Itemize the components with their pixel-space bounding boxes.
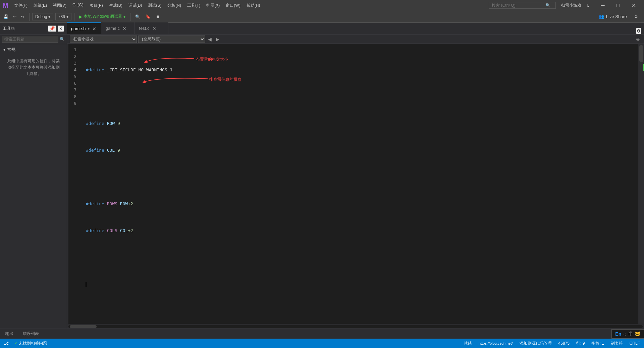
line-num-9: 9 bbox=[68, 100, 79, 107]
url-status[interactable]: https://blog.csdn.net/ bbox=[477, 341, 514, 345]
status-right-section: 就绪 https://blog.csdn.net/ 添加到源代码管理 46875… bbox=[463, 341, 641, 346]
menu-edit[interactable]: 编辑(E) bbox=[31, 1, 50, 10]
nav-back-button[interactable]: ◀ bbox=[207, 37, 213, 42]
undo-button[interactable]: ↩ bbox=[11, 13, 18, 20]
horizontal-scrollbar[interactable] bbox=[67, 324, 644, 329]
annotation-board-size: 布置雷的棋盘大小 bbox=[196, 56, 228, 63]
port-status[interactable]: 46875 bbox=[557, 341, 571, 346]
file-dropdown[interactable]: 扫雷小游戏 bbox=[70, 36, 137, 43]
col-status[interactable]: 字符: 1 bbox=[590, 341, 605, 346]
find-button[interactable]: 🔍 bbox=[133, 13, 142, 20]
menu-bar: 文件(F) 编辑(E) 视图(V) Git(G) 项目(P) 生成(B) 调试(… bbox=[12, 1, 263, 10]
live-share-button[interactable]: 👥 Live Share bbox=[596, 13, 630, 20]
undo-redo-group: 💾 ↩ ↪ bbox=[1, 13, 26, 20]
horizontal-scrollbar-thumb[interactable] bbox=[70, 325, 97, 328]
platform-dropdown[interactable]: x86 ▾ bbox=[55, 13, 71, 20]
scope-dropdown[interactable]: (全局范围) bbox=[138, 36, 205, 43]
macro-col-ref: COL bbox=[120, 227, 128, 234]
split-editor-button[interactable]: ⊕ bbox=[635, 37, 641, 42]
add-source-control[interactable]: 添加到源代码管理 bbox=[518, 341, 553, 346]
tab-close-test-c[interactable]: ✕ bbox=[152, 26, 157, 31]
ime-bar[interactable]: En ·; 半 🐱 bbox=[611, 329, 644, 339]
tab-actions: ⚙ bbox=[636, 28, 644, 34]
repo-status[interactable]: ⎇ bbox=[3, 341, 10, 346]
toolbox-search-input[interactable] bbox=[2, 36, 58, 43]
status-bar: ⎇ ✓ 未找到相关问题 就绪 https://blog.csdn.net/ 添加… bbox=[0, 339, 644, 348]
status-ready: 就绪 bbox=[463, 341, 473, 346]
nav-forward-button[interactable]: ▶ bbox=[214, 37, 221, 42]
macro-cols: COLS bbox=[107, 227, 117, 234]
output-tab[interactable]: 输出 bbox=[3, 330, 16, 338]
menu-debug[interactable]: 调试(D) bbox=[126, 1, 145, 10]
code-line-1: #define _CRT_SECURE_NO_WARNINGS 1 bbox=[86, 67, 634, 73]
ime-half[interactable]: 半 bbox=[628, 331, 633, 337]
menu-test[interactable]: 测试(S) bbox=[145, 1, 164, 10]
vertical-scrollbar-thumb[interactable] bbox=[639, 45, 643, 62]
debug-config-dropdown[interactable]: Debug ▾ bbox=[32, 13, 53, 20]
live-share-label: Live Share bbox=[606, 14, 627, 19]
toolbox-section-header[interactable]: ▼ 常规 bbox=[3, 46, 64, 54]
row-status[interactable]: 行: 9 bbox=[575, 341, 586, 346]
maximize-button[interactable]: □ bbox=[610, 0, 626, 11]
menu-window[interactable]: 窗口(W) bbox=[223, 1, 243, 10]
run-group: ▶ 本地 Windows 调试器 ▾ bbox=[77, 13, 127, 20]
problems-status[interactable]: ✓ 未找到相关问题 bbox=[13, 341, 48, 346]
breakpoint-button[interactable]: ⏺ bbox=[154, 13, 162, 20]
main-content: 🔍 ▼ 常规 此组中没有可用的控件，将某项拖至此文本本可将其添加到工具箱。 扫雷… bbox=[0, 34, 644, 329]
play-icon: ▶ bbox=[79, 14, 82, 19]
ime-icon[interactable]: 🐱 bbox=[635, 331, 640, 337]
tab-bar: 工具箱 📌 ✕ game.h ● ✕ game.c ✕ test.c ✕ ⚙ bbox=[0, 23, 644, 34]
line-num-1: 1 bbox=[68, 47, 79, 53]
toolbox-panel: 🔍 ▼ 常规 此组中没有可用的控件，将某项拖至此文本本可将其添加到工具箱。 bbox=[0, 34, 67, 329]
vertical-scrollbar-track[interactable] bbox=[638, 44, 644, 324]
search-icon: 🔍 bbox=[545, 3, 550, 8]
tab-game-h-label: game.h bbox=[71, 26, 86, 31]
separator2 bbox=[74, 13, 74, 21]
window-controls: ─ □ ✕ bbox=[595, 0, 641, 11]
bottom-tabs-bar: 输出 错误列表 bbox=[0, 329, 644, 339]
menu-view[interactable]: 视图(V) bbox=[50, 1, 69, 10]
menu-project[interactable]: 项目(P) bbox=[87, 1, 106, 10]
horizontal-scrollbar-track[interactable] bbox=[68, 325, 643, 328]
run-dropdown-arrow[interactable]: ▾ bbox=[123, 14, 125, 19]
toolbox-close-button[interactable]: ✕ bbox=[58, 25, 64, 32]
code-line-9 bbox=[86, 281, 634, 288]
line-numbers: 1 2 3 4 5 6 7 8 9 bbox=[68, 44, 82, 324]
global-search[interactable]: 🔍 bbox=[489, 2, 556, 9]
ime-lang[interactable]: En bbox=[615, 331, 621, 337]
toolbox-pin-button[interactable]: 📌 bbox=[48, 25, 56, 32]
toolbox-section: ▼ 常规 此组中没有可用的控件，将某项拖至此文本本可将其添加到工具箱。 bbox=[0, 44, 67, 83]
git-icon: ⎇ bbox=[4, 341, 9, 346]
menu-file[interactable]: 文件(F) bbox=[12, 1, 30, 10]
tab-game-h[interactable]: game.h ● ✕ bbox=[67, 22, 101, 34]
encoding-status[interactable]: 制表符 bbox=[609, 341, 624, 346]
save-button[interactable]: 💾 bbox=[1, 13, 10, 20]
menu-git[interactable]: Git(G) bbox=[70, 1, 86, 10]
line-num-7: 7 bbox=[68, 87, 79, 93]
keyword: #define bbox=[86, 147, 104, 154]
change-indicators bbox=[67, 44, 68, 324]
settings-button[interactable]: ⚙ bbox=[632, 13, 640, 20]
run-button[interactable]: ▶ 本地 Windows 调试器 ▾ bbox=[77, 13, 127, 20]
redo-button[interactable]: ↪ bbox=[19, 13, 26, 20]
code-line-3: #define ROW 9 bbox=[86, 120, 634, 127]
tab-close-game-h[interactable]: ✕ bbox=[92, 26, 97, 31]
user-avatar[interactable]: U bbox=[587, 3, 590, 8]
menu-analyze[interactable]: 分析(N) bbox=[165, 1, 184, 10]
minimize-button[interactable]: ─ bbox=[595, 0, 610, 11]
line-ending-status[interactable]: CRLF bbox=[628, 341, 641, 346]
menu-build[interactable]: 生成(B) bbox=[106, 1, 125, 10]
menu-help[interactable]: 帮助(H) bbox=[244, 1, 263, 10]
error-list-tab[interactable]: 错误列表 bbox=[20, 330, 42, 338]
tab-test-c[interactable]: test.c ✕ bbox=[135, 22, 168, 34]
tab-game-c[interactable]: game.c ✕ bbox=[101, 22, 135, 34]
tab-close-game-c[interactable]: ✕ bbox=[122, 26, 127, 31]
line-num-3: 3 bbox=[68, 60, 79, 67]
tab-settings-button[interactable]: ⚙ bbox=[636, 28, 641, 34]
search-input[interactable] bbox=[492, 3, 545, 8]
close-button[interactable]: ✕ bbox=[626, 0, 641, 11]
menu-tools[interactable]: 工具(T) bbox=[184, 1, 203, 10]
menu-extensions[interactable]: 扩展(X) bbox=[204, 1, 222, 10]
bookmark-button[interactable]: 🔖 bbox=[144, 13, 153, 20]
code-editor[interactable]: #define _CRT_SECURE_NO_WARNINGS 1 #defin… bbox=[82, 44, 638, 324]
